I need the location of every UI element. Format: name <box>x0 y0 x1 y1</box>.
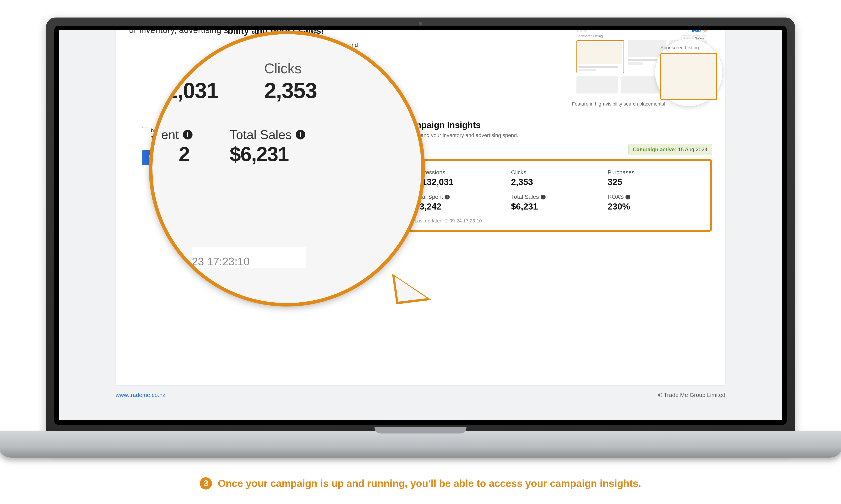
footer-copyright: © Trade Me Group Limited <box>658 392 726 398</box>
result-thumb <box>576 76 618 93</box>
step-caption: 3 Once your campaign is up and running, … <box>0 477 841 489</box>
metrics-row-1: Impressions 1,132,031 Clicks 2,353 Purch… <box>415 169 700 187</box>
mag-spent-label: enti <box>161 127 193 142</box>
magnifier-content: ons 2,031 Clicks 2,353 enti 2 Total Sale… <box>153 34 422 303</box>
metric-total-sales: Total Salesi $6,231 <box>511 194 603 212</box>
metric-label: Total Spenti <box>415 194 507 200</box>
metric-value: 325 <box>608 177 700 187</box>
mag-timestamp: 23 17:23:10 <box>192 247 306 268</box>
campaign-status-pill: Campaign active: 15 Aug 2024 <box>628 144 712 155</box>
footer-url[interactable]: www.trademe.co.nz <box>115 392 165 398</box>
metric-roas: ROASi 230% <box>608 194 700 212</box>
metric-impressions: Impressions 1,132,031 <box>415 169 507 187</box>
info-icon[interactable]: i <box>626 195 630 199</box>
metric-label: Clicks <box>511 169 603 176</box>
campaign-status: Campaign active: 15 Aug 2024 <box>402 144 712 155</box>
step-number-badge: 3 <box>200 477 212 489</box>
laptop-camera <box>419 22 422 25</box>
info-icon[interactable]: i <box>445 195 450 199</box>
search-results-mock: trademe List Gallery Sponsored Listing <box>572 30 712 98</box>
metric-value: 2,353 <box>511 177 603 187</box>
metric-label: ROASi <box>608 194 700 200</box>
laptop-mockup: ur inventory, advertising s bility and b… <box>46 18 795 451</box>
info-icon: i <box>183 130 193 140</box>
mag-clicks: Clicks 2,353 <box>264 60 317 103</box>
browser-dots-icon <box>576 30 708 32</box>
metric-clicks: Clicks 2,353 <box>511 169 603 187</box>
metric-label: Total Salesi <box>511 194 603 200</box>
metric-value: $3,242 <box>415 202 507 212</box>
terms-checkbox[interactable] <box>142 127 148 133</box>
info-icon: i <box>296 130 305 140</box>
sponsored-magnifier: Sponsored Listing <box>655 38 723 106</box>
metric-value: 230% <box>608 202 700 212</box>
sponsored-thumb <box>576 40 624 73</box>
laptop-notch <box>375 427 466 433</box>
campaign-insights: Campaign Insights Understand your invent… <box>402 120 712 232</box>
info-icon[interactable]: i <box>541 195 545 199</box>
mag-sales-label: Total Salesi <box>230 127 305 142</box>
insights-title: Campaign Insights <box>402 120 712 130</box>
insights-metrics-box: Impressions 1,132,031 Clicks 2,353 Purch… <box>402 159 712 232</box>
insights-last-updated: Last updated: 2-09-24 17:23:10 <box>415 218 700 224</box>
metric-label: Impressions <box>415 169 507 176</box>
mag-sales-value: $6,231 <box>230 143 305 166</box>
mag-sales: Total Salesi $6,231 <box>230 127 305 166</box>
metric-value: $6,231 <box>511 202 603 212</box>
page-footer: www.trademe.co.nz © Trade Me Group Limit… <box>115 392 726 398</box>
metric-value: 1,132,031 <box>415 177 507 187</box>
step-text: Once your campaign is up and running, yo… <box>218 478 641 489</box>
mag-clicks-label: Clicks <box>264 60 317 77</box>
trademe-logo: trademe <box>692 30 707 34</box>
metric-label: Purchases <box>608 169 700 176</box>
mag-spent-value: 2 <box>179 143 193 166</box>
sponsored-magnifier-tile <box>660 53 717 100</box>
mag-clicks-value: 2,353 <box>264 78 317 103</box>
insights-subtitle: Understand your inventory and advertisin… <box>402 132 712 138</box>
campaign-status-date: 15 Aug 2024 <box>678 146 708 152</box>
insights-magnifier-overlay: ons 2,031 Clicks 2,353 enti 2 Total Sale… <box>149 31 425 307</box>
metric-purchases: Purchases 325 <box>608 169 700 187</box>
mag-spent: enti 2 <box>161 127 193 166</box>
campaign-status-label: Campaign active: <box>633 146 677 152</box>
sponsored-magnifier-label: Sponsored Listing <box>660 45 717 51</box>
hero-illustration: trademe List Gallery Sponsored Listing <box>572 30 712 107</box>
metrics-row-2: Total Spenti $3,242 Total Salesi $6,231 … <box>415 194 700 212</box>
metric-total-spent: Total Spenti $3,242 <box>415 194 507 212</box>
laptop-base <box>0 431 841 457</box>
